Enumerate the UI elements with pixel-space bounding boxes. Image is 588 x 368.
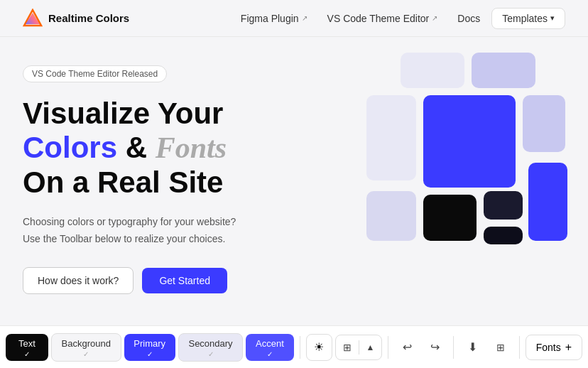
toolbar-text-button[interactable]: Text ✓ <box>6 334 48 361</box>
download-button[interactable]: ⬇ <box>459 335 485 360</box>
plus-icon: + <box>565 341 572 354</box>
check-icon: ✓ <box>24 350 30 358</box>
logo[interactable]: Realtime Colors <box>23 9 129 28</box>
color-block-2 <box>366 95 416 180</box>
toolbar-separator-2 <box>388 336 388 359</box>
toolbar-separator <box>300 336 300 359</box>
color-block-3 <box>423 95 516 188</box>
toolbar-separator-3 <box>453 336 454 359</box>
toolbar-accent-button[interactable]: Accent ✓ <box>246 334 293 361</box>
navbar: Realtime Colors Figma Plugin ↗ VS Code T… <box>0 0 588 37</box>
hero-heading: Visualize Your Colors & Fonts On a Real … <box>23 97 338 200</box>
settings-button[interactable]: ⊞ <box>488 335 513 360</box>
chevron-up-icon: ▲ <box>366 342 375 352</box>
hero-left: VS Code Theme Editor Released Visualize … <box>23 60 338 294</box>
color-block-4 <box>523 95 565 152</box>
shuffle-expand-button[interactable]: ▲ <box>359 335 382 359</box>
external-link-icon: ↗ <box>432 14 437 22</box>
toolbar-separator-4 <box>519 336 520 359</box>
hero-buttons: How does it work? Get Started <box>23 267 338 294</box>
shuffle-icon: ⊞ <box>343 342 352 353</box>
brightness-icon: ☀ <box>314 340 324 354</box>
color-block-5 <box>366 191 416 241</box>
brightness-button[interactable]: ☀ <box>306 334 333 361</box>
color-block-1 <box>472 53 535 88</box>
color-block-9 <box>528 163 567 241</box>
shuffle-group: ⊞ ▲ <box>335 335 382 360</box>
toolbar: Text ✓ Background ✓ Primary ✓ Secondary … <box>0 325 588 368</box>
color-block-8 <box>484 227 523 244</box>
color-grid <box>366 53 565 251</box>
hero-subtext: Choosing colors or typography for your w… <box>23 214 338 248</box>
color-block-0 <box>401 53 464 88</box>
logo-text: Realtime Colors <box>48 12 129 24</box>
how-it-works-button[interactable]: How does it work? <box>23 267 134 294</box>
nav-links: Figma Plugin ↗ VS Code Theme Editor ↗ Do… <box>232 8 565 29</box>
toolbar-primary-button[interactable]: Primary ✓ <box>124 334 175 361</box>
check-icon: ✓ <box>83 350 89 358</box>
toolbar-secondary-button[interactable]: Secondary ✓ <box>178 333 243 362</box>
shuffle-button[interactable]: ⊞ <box>336 335 359 359</box>
redo-button[interactable]: ↪ <box>423 335 448 360</box>
undo-button[interactable]: ↩ <box>394 335 420 360</box>
external-link-icon: ↗ <box>302 14 307 22</box>
nav-docs[interactable]: Docs <box>449 9 489 28</box>
nav-figma-plugin[interactable]: Figma Plugin ↗ <box>232 9 316 28</box>
nav-templates[interactable]: Templates ▾ <box>491 8 565 29</box>
nav-vscode-theme[interactable]: VS Code Theme Editor ↗ <box>319 9 447 28</box>
chevron-down-icon: ▾ <box>550 13 555 23</box>
main-content: VS Code Theme Editor Released Visualize … <box>0 37 588 325</box>
color-block-7 <box>484 191 523 220</box>
check-icon: ✓ <box>208 350 214 358</box>
settings-icon: ⊞ <box>496 342 505 353</box>
fonts-button[interactable]: Fonts + <box>526 335 582 360</box>
undo-icon: ↩ <box>403 340 412 354</box>
check-icon: ✓ <box>147 350 153 358</box>
redo-icon: ↪ <box>430 340 440 354</box>
check-icon: ✓ <box>267 350 273 358</box>
color-block-6 <box>423 195 477 241</box>
get-started-button[interactable]: Get Started <box>142 268 227 293</box>
toolbar-background-button[interactable]: Background ✓ <box>51 333 121 362</box>
download-icon: ⬇ <box>468 340 477 354</box>
logo-icon <box>23 9 43 28</box>
announcement-badge[interactable]: VS Code Theme Editor Released <box>23 65 167 82</box>
